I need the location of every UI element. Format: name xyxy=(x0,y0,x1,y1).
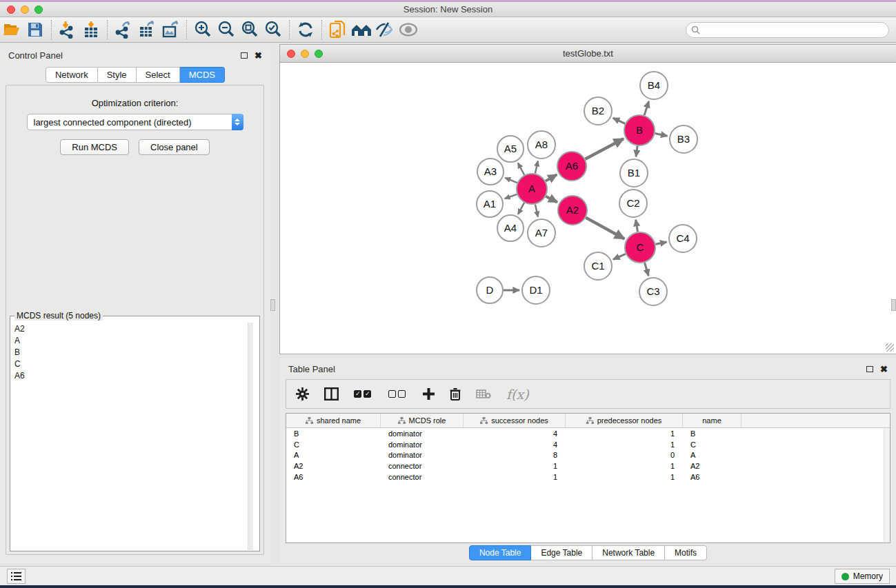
node-table: shared nameMCDS rolesuccessor nodesprede… xyxy=(286,413,890,543)
graph-edge-A-A6[interactable] xyxy=(546,174,557,181)
column-header-name[interactable]: name xyxy=(683,414,741,427)
deselect-all-columns-icon[interactable] xyxy=(388,390,408,398)
graph-edge-A-A4[interactable] xyxy=(518,203,524,214)
control-panel-tabs: NetworkStyleSelectMCDS xyxy=(0,67,270,83)
minimize-window-icon[interactable] xyxy=(21,6,29,14)
cell-shared-name: A xyxy=(286,451,381,459)
save-session-icon[interactable] xyxy=(23,19,47,40)
graph-edge-A-A1[interactable] xyxy=(505,194,517,199)
tab-edge-table[interactable]: Edge Table xyxy=(531,545,593,560)
tab-motifs[interactable]: Motifs xyxy=(665,545,707,560)
graph-edge-C-C3[interactable] xyxy=(645,263,649,276)
search-input[interactable] xyxy=(703,26,888,35)
graph-edge-C-C2[interactable] xyxy=(636,220,638,232)
zoom-selected-icon[interactable] xyxy=(261,19,285,40)
table-row[interactable]: Adominator80A xyxy=(286,450,890,461)
tab-network[interactable]: Network xyxy=(46,67,98,83)
mcds-list-scrollbar[interactable] xyxy=(248,323,253,550)
graph-edge-A-A8[interactable] xyxy=(535,161,538,173)
column-header-shared-name[interactable]: shared name xyxy=(286,414,381,427)
tab-select[interactable]: Select xyxy=(137,67,180,83)
network-canvas[interactable]: B4B2BB3A5A8A6A3B1AA1C2A2A4A7CC4C1C3DD1 xyxy=(281,63,895,353)
close-network-window-icon[interactable] xyxy=(287,50,295,58)
mcds-result-item[interactable]: A xyxy=(11,334,259,346)
task-history-button[interactable] xyxy=(7,569,26,584)
table-row[interactable]: A6connector11A6 xyxy=(286,472,890,483)
maximize-window-icon[interactable] xyxy=(34,6,43,14)
graph-edge-B-B2[interactable] xyxy=(613,118,625,123)
zoom-fit-icon[interactable] xyxy=(238,19,261,40)
close-window-icon[interactable] xyxy=(7,6,15,14)
show-columns-icon[interactable] xyxy=(324,387,339,401)
mcds-result-item[interactable]: A2 xyxy=(11,323,259,334)
mcds-result-item[interactable]: B xyxy=(11,346,259,358)
mcds-result-item[interactable]: C xyxy=(11,358,259,369)
graph-edge-B-B3[interactable] xyxy=(655,134,668,136)
vertical-split-handle-right[interactable] xyxy=(891,299,896,311)
hide-selected-icon[interactable] xyxy=(373,19,397,40)
mcds-result-item[interactable]: A6 xyxy=(11,369,259,381)
close-panel-button[interactable]: Close panel xyxy=(139,139,210,155)
run-mcds-button[interactable]: Run MCDS xyxy=(60,139,129,155)
network-window-title: testGlobe.txt xyxy=(563,48,613,59)
delete-column-trash-icon[interactable] xyxy=(450,387,461,401)
table-settings-gear-icon[interactable] xyxy=(296,387,309,401)
float-panel-icon[interactable] xyxy=(241,52,248,59)
refresh-view-icon[interactable] xyxy=(294,19,317,40)
add-column-icon[interactable] xyxy=(423,388,435,400)
export-network-icon[interactable] xyxy=(112,19,135,40)
tab-node-table[interactable]: Node Table xyxy=(469,545,532,560)
optimization-criterion-select[interactable]: largest connected component (directed) xyxy=(27,114,243,130)
graph-edge-A2-C[interactable] xyxy=(586,218,624,239)
graph-edge-A-A3[interactable] xyxy=(505,178,517,183)
show-all-networks-icon[interactable] xyxy=(350,19,373,40)
window-controls xyxy=(7,6,43,14)
table-row[interactable]: Bdominator41B xyxy=(286,428,890,439)
graph-node-label-A7: A7 xyxy=(535,227,548,239)
network-graph[interactable]: B4B2BB3A5A8A6A3B1AA1C2A2A4A7CC4C1C3DD1 xyxy=(281,63,894,352)
open-session-icon[interactable] xyxy=(0,19,23,40)
toolbar-separator xyxy=(289,20,290,39)
vertical-split-handle[interactable] xyxy=(270,299,275,311)
network-view-window: testGlobe.txt B4B2BB3A5A8A6A3B1AA1C2A2A4… xyxy=(280,45,896,354)
export-table-icon[interactable] xyxy=(135,19,159,40)
graph-edge-C-C1[interactable] xyxy=(613,254,626,259)
graph-edge-C-C4[interactable] xyxy=(656,242,667,244)
float-table-panel-icon[interactable] xyxy=(866,366,873,372)
minimize-network-window-icon[interactable] xyxy=(301,50,309,58)
graph-edge-A-A2[interactable] xyxy=(546,196,557,203)
resize-grip-icon[interactable] xyxy=(886,343,894,352)
duplicate-network-icon[interactable] xyxy=(326,19,350,40)
column-header-successor-nodes[interactable]: successor nodes xyxy=(464,414,566,427)
zoom-out-icon[interactable] xyxy=(215,19,238,40)
mcds-result-list[interactable]: A2ABCA6 xyxy=(11,323,259,550)
close-panel-icon[interactable]: ✖ xyxy=(255,51,262,60)
column-header-MCDS-role[interactable]: MCDS role xyxy=(381,414,464,427)
close-table-panel-icon[interactable]: ✖ xyxy=(880,365,888,374)
graph-edge-B-B4[interactable] xyxy=(644,101,649,115)
table-row[interactable]: Cdominator41C xyxy=(286,439,890,450)
graph-edge-A6-B[interactable] xyxy=(585,139,624,159)
graph-edge-A-A5[interactable] xyxy=(518,163,524,174)
table-scrollbar[interactable] xyxy=(884,428,890,543)
maximize-network-window-icon[interactable] xyxy=(315,50,323,58)
graph-node-label-A2: A2 xyxy=(566,204,579,216)
select-all-columns-icon[interactable] xyxy=(354,390,373,398)
cell-predecessor-nodes: 1 xyxy=(566,440,683,449)
tab-mcds[interactable]: MCDS xyxy=(180,67,225,83)
window-titlebar: Session: New Session xyxy=(0,2,896,17)
graph-edge-B-B1[interactable] xyxy=(636,146,637,156)
zoom-in-icon[interactable] xyxy=(191,19,215,40)
memory-button[interactable]: Memory xyxy=(835,569,890,584)
mcds-tab-content: Optimization criterion: largest connecte… xyxy=(6,85,264,555)
import-network-icon[interactable] xyxy=(56,19,79,40)
tab-network-table[interactable]: Network Table xyxy=(593,545,665,560)
column-header-predecessor-nodes[interactable]: predecessor nodes xyxy=(566,414,683,427)
table-row[interactable]: A2connector11A2 xyxy=(286,460,890,472)
search-field[interactable] xyxy=(686,22,889,38)
export-image-icon[interactable] xyxy=(159,19,182,40)
tab-style[interactable]: Style xyxy=(98,67,137,83)
graph-edge-A-A7[interactable] xyxy=(535,204,538,216)
import-table-icon[interactable] xyxy=(79,19,103,40)
show-selected-icon[interactable] xyxy=(397,19,420,40)
